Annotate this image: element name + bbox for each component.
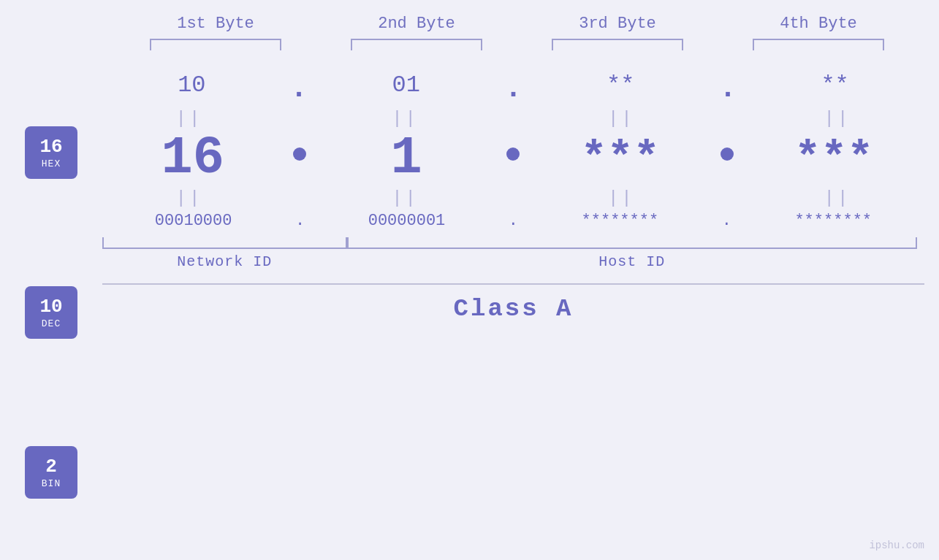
hex-badge-label: HEX	[42, 158, 61, 169]
grid-area: 10 . 01 . ** . ** || ||	[102, 58, 939, 560]
large-dot-2	[506, 147, 520, 161]
bottom-brackets-row	[102, 237, 924, 249]
equals-row-2: || || || ||	[102, 188, 924, 208]
equals-row-1: || || || ||	[102, 109, 924, 129]
eq-1: ||	[109, 109, 270, 129]
dec-cell-2: 1	[326, 132, 487, 185]
bin-cell-4: ********	[753, 212, 913, 230]
bottom-labels: Network ID Host ID	[102, 253, 924, 270]
byte-headers: 1st Byte 2nd Byte 3rd Byte 4th Byte	[115, 15, 919, 33]
hex-data-row: 10 . 01 . ** . **	[102, 65, 924, 105]
bin-cell-2: 00000001	[327, 212, 487, 230]
hex-val-1: 10	[178, 72, 205, 99]
top-bracket-1	[150, 39, 281, 50]
hex-cell-4: **	[755, 72, 916, 99]
large-dot-3	[721, 147, 734, 161]
host-bracket	[347, 237, 918, 249]
dec-cell-3: ***	[540, 137, 701, 180]
dec-cell-1: 16	[113, 132, 273, 185]
dec-val-3: ***	[581, 137, 660, 180]
bin-val-4: ********	[794, 212, 872, 230]
top-bracket-2	[351, 39, 482, 50]
hex-val-2: 01	[392, 72, 420, 99]
bin-val-2: 00000001	[368, 212, 446, 230]
hex-badge-num: 16	[39, 136, 62, 158]
dec-badge-label: DEC	[42, 318, 61, 329]
host-id-label: Host ID	[347, 253, 918, 270]
bin-val-1: 00010000	[155, 212, 232, 230]
bin-data-row: 00010000 . 00000001 . ******** . *******…	[102, 212, 924, 230]
byte3-header: 3rd Byte	[537, 15, 698, 33]
dot-hex-2: .	[504, 72, 522, 105]
eq-5: ||	[109, 188, 270, 208]
bin-cell-1: 00010000	[113, 212, 274, 230]
main-container: 1st Byte 2nd Byte 3rd Byte 4th Byte 16 H…	[0, 0, 939, 560]
eq-6: ||	[325, 188, 486, 208]
top-brackets	[115, 39, 919, 50]
dec-val-1: 16	[161, 132, 224, 185]
dec-badge: 10 DEC	[25, 286, 77, 339]
dot-bin-1: .	[295, 212, 305, 230]
bin-val-3: ********	[582, 212, 659, 230]
dot-bin-2: .	[509, 212, 518, 230]
top-bracket-4	[753, 39, 884, 50]
eq-4: ||	[757, 109, 918, 129]
bin-badge-label: BIN	[42, 478, 61, 489]
class-banner: Class A	[102, 283, 924, 323]
dot-bin-3: .	[722, 212, 731, 230]
dec-badge-num: 10	[39, 296, 62, 318]
eq-3: ||	[541, 109, 702, 129]
dec-val-4: ***	[794, 137, 873, 180]
top-bracket-3	[552, 39, 683, 50]
byte2-header: 2nd Byte	[336, 15, 497, 33]
dec-val-2: 1	[391, 132, 422, 185]
content-area: 16 HEX 10 DEC 2 BIN 10 . 01	[0, 58, 939, 560]
dec-cell-4: ***	[753, 137, 914, 180]
hex-val-4: **	[821, 72, 848, 99]
eq-2: ||	[325, 109, 486, 129]
hex-cell-1: 10	[111, 72, 272, 99]
byte4-header: 4th Byte	[738, 15, 899, 33]
dot-hex-1: .	[290, 72, 308, 105]
hex-cell-2: 01	[326, 72, 487, 99]
network-id-label: Network ID	[102, 253, 347, 270]
network-bracket	[102, 237, 347, 249]
bin-badge-num: 2	[45, 456, 57, 478]
class-label: Class A	[454, 295, 574, 323]
byte1-header: 1st Byte	[135, 15, 296, 33]
large-dot-1	[293, 147, 306, 161]
watermark: ipshu.com	[869, 540, 924, 551]
bin-badge: 2 BIN	[25, 446, 77, 499]
hex-val-3: **	[607, 72, 634, 99]
eq-8: ||	[757, 188, 918, 208]
dot-hex-3: .	[719, 72, 737, 105]
eq-7: ||	[541, 188, 702, 208]
dec-data-row: 16 1 *** ***	[102, 132, 924, 185]
hex-cell-3: **	[540, 72, 701, 99]
hex-badge: 16 HEX	[25, 126, 77, 179]
bin-cell-3: ********	[539, 212, 700, 230]
badges-column: 16 HEX 10 DEC 2 BIN	[0, 58, 102, 560]
